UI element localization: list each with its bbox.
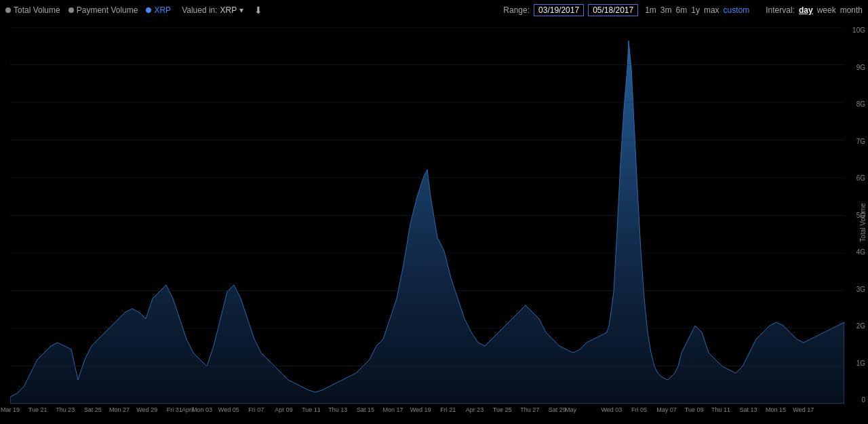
interval-label: Interval: (766, 5, 795, 15)
range-section: Range: 03/19/2017 05/18/2017 1m 3m 6m 1y… (503, 4, 749, 16)
y-label-6g: 6G (856, 175, 865, 182)
valued-in-label: Valued in: (182, 5, 217, 15)
interval-month[interactable]: month (840, 5, 863, 15)
x-label: Apr 09 (275, 406, 293, 413)
x-label: Sat 13 (740, 406, 757, 413)
x-label: Tue 09 (685, 406, 704, 413)
interval-day[interactable]: day (799, 5, 813, 15)
legend-payment-volume: Payment Volume (68, 5, 138, 15)
chart-container: 10G 9G 8G 7G 6G 5G 4G 3G 2G 1G 0 Total V… (0, 20, 868, 424)
range-6m[interactable]: 6m (676, 5, 688, 15)
x-label: Fri 31 (167, 406, 182, 413)
x-label: Sat 29 (549, 406, 566, 413)
legend-xrp: XRP (146, 5, 171, 15)
valued-in-dropdown-icon[interactable]: ▾ (239, 5, 243, 15)
y-label-8g: 8G (856, 101, 865, 108)
x-label: Wed 03 (601, 406, 622, 413)
y-label-4g: 4G (856, 249, 865, 256)
chart-header: Total Volume Payment Volume XRP Valued i… (0, 0, 868, 20)
y-label-2g: 2G (856, 323, 865, 330)
xrp-dot (146, 7, 151, 13)
x-label: Fri 05 (631, 406, 647, 413)
x-label: Fri 07 (248, 406, 264, 413)
x-label: Mar 19 (1, 406, 20, 413)
range-label: Range: (503, 5, 530, 15)
x-label: Mon 15 (766, 406, 786, 413)
legend-total-volume: Total Volume (5, 5, 60, 15)
x-label: Thu 27 (520, 406, 539, 413)
y-label-9g: 9G (856, 64, 865, 71)
x-label: Wed 29 (136, 406, 157, 413)
x-axis: Mar 19Tue 21Thu 23Sat 25Mon 27Wed 29Fri … (10, 404, 844, 424)
valued-in-section: Valued in: XRP ▾ (182, 5, 243, 15)
chart-area (10, 27, 844, 404)
y-label-10g: 10G (852, 27, 865, 34)
range-1m[interactable]: 1m (645, 5, 656, 15)
y-label-7g: 7G (856, 138, 865, 145)
range-end-date[interactable]: 05/18/2017 (588, 4, 638, 16)
xrp-label: XRP (154, 5, 171, 15)
x-label: Sat 15 (357, 406, 374, 413)
payment-volume-dot (68, 7, 74, 13)
x-label: Thu 13 (328, 406, 347, 413)
x-label: May 07 (656, 406, 677, 413)
x-label: Tue 25 (493, 406, 512, 413)
x-label: Apr 23 (466, 406, 484, 413)
range-3m[interactable]: 3m (660, 5, 672, 15)
y-label-0: 0 (861, 397, 865, 404)
valued-in-value[interactable]: XRP (220, 5, 237, 15)
x-label: Mon 03 (192, 406, 212, 413)
chart-legend: Total Volume Payment Volume XRP (5, 5, 171, 15)
x-labels-row: Mar 19Tue 21Thu 23Sat 25Mon 27Wed 29Fri … (10, 406, 844, 424)
interval-section: Interval: day week month (766, 5, 863, 15)
interval-week[interactable]: week (817, 5, 836, 15)
y-axis-title: Total Volume (859, 203, 867, 242)
x-label: Mon 27 (109, 406, 130, 413)
x-label: Sat 25 (84, 406, 102, 413)
payment-volume-label: Payment Volume (77, 5, 138, 15)
range-1y[interactable]: 1y (691, 5, 700, 15)
x-label: Thu 23 (56, 406, 75, 413)
x-label: Fri 21 (440, 406, 456, 413)
range-buttons: 1m 3m 6m 1y max custom (645, 5, 749, 15)
x-label: Mon 17 (383, 406, 403, 413)
x-label: Tue 21 (28, 406, 47, 413)
total-volume-dot (5, 7, 11, 13)
x-label: Wed 17 (793, 406, 814, 413)
total-volume-label: Total Volume (14, 5, 60, 15)
x-label: Wed 05 (218, 406, 239, 413)
download-button[interactable]: ⬇ (254, 5, 262, 16)
x-label: May (565, 406, 576, 413)
y-label-1g: 1G (856, 360, 865, 367)
x-label: Thu 11 (711, 406, 730, 413)
range-custom[interactable]: custom (724, 5, 750, 15)
chart-svg (10, 27, 844, 404)
range-start-date[interactable]: 03/19/2017 (534, 4, 584, 16)
x-label: Tue 11 (302, 406, 321, 413)
x-label: Wed 19 (410, 406, 431, 413)
y-label-3g: 3G (856, 286, 865, 293)
range-max[interactable]: max (704, 5, 719, 15)
